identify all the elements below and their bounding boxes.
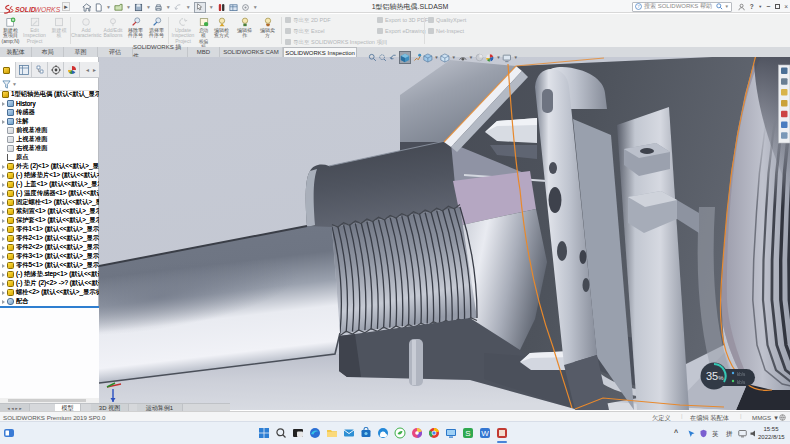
svg-text:W: W: [481, 429, 489, 438]
svg-text:WORKS: WORKS: [35, 6, 61, 13]
svg-text:S: S: [465, 429, 470, 438]
svg-text:kb/s: kb/s: [737, 380, 746, 385]
svg-text:SOLID: SOLID: [15, 6, 36, 13]
svg-text:?: ?: [637, 4, 639, 9]
svg-text:kb/s: kb/s: [737, 372, 746, 377]
